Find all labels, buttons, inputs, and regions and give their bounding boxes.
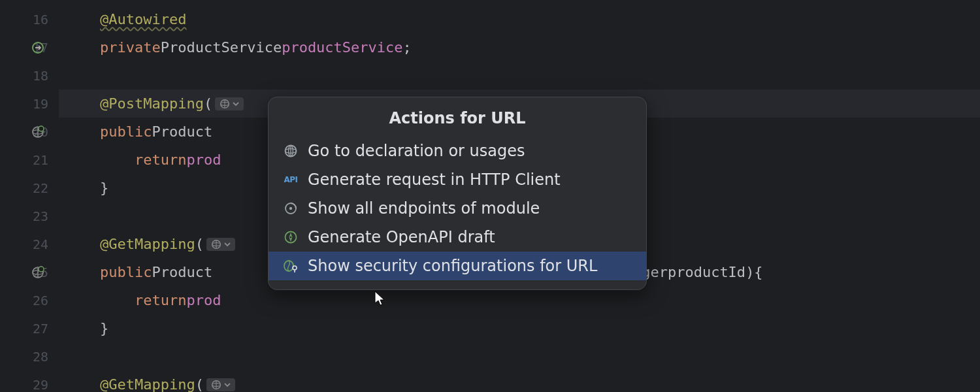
target-icon <box>283 201 299 216</box>
action-label: Go to declaration or usages <box>308 142 525 160</box>
line-number: 24 <box>33 237 48 252</box>
endpoint-icon[interactable] <box>31 266 44 279</box>
line-number: 16 <box>33 12 48 27</box>
line-number: 21 <box>33 152 48 168</box>
api-icon: API <box>283 172 299 188</box>
override-icon[interactable] <box>31 41 44 54</box>
annotation: @PostMapping <box>100 95 204 112</box>
security-icon <box>283 258 299 274</box>
action-label: Generate OpenAPI draft <box>308 228 495 246</box>
action-label: Generate request in HTTP Client <box>308 171 561 189</box>
action-label: Show all endpoints of module <box>308 199 540 218</box>
line-number: 27 <box>33 321 48 336</box>
gutter: 16 17 18 19 20 21 22 23 24 25 26 27 28 2… <box>0 0 59 392</box>
svg-point-17 <box>289 207 292 210</box>
code-line[interactable]: } <box>59 314 980 342</box>
actions-popup: Actions for URL Go to declaration or usa… <box>268 97 647 290</box>
line-number: 28 <box>33 349 48 365</box>
annotation: @GetMapping <box>100 236 195 252</box>
url-hint[interactable] <box>206 378 235 391</box>
action-generate-openapi[interactable]: Generate OpenAPI draft <box>269 223 646 252</box>
code-line[interactable] <box>59 61 980 90</box>
url-hint[interactable] <box>206 238 235 251</box>
code-line[interactable]: return prod <box>59 286 980 314</box>
line-number: 23 <box>33 208 48 224</box>
globe-icon <box>283 143 299 159</box>
line-number: 29 <box>33 377 48 393</box>
line-number: 22 <box>33 180 48 196</box>
svg-point-19 <box>290 237 292 238</box>
action-go-to-declaration[interactable]: Go to declaration or usages <box>269 137 646 165</box>
code-line[interactable]: @GetMapping( <box>59 370 980 392</box>
popup-title: Actions for URL <box>269 97 646 137</box>
code-line[interactable] <box>59 342 980 370</box>
action-generate-http-client[interactable]: API Generate request in HTTP Client <box>269 165 646 194</box>
url-hint[interactable] <box>215 97 244 110</box>
annotation: @GetMapping <box>100 376 195 392</box>
annotation: @Autowired <box>100 11 186 27</box>
action-show-security[interactable]: Show security configurations for URL <box>269 252 646 280</box>
line-number: 19 <box>33 96 48 112</box>
action-label: Show security configurations for URL <box>308 257 597 275</box>
svg-point-3 <box>39 126 44 131</box>
code-line[interactable]: @Autowired <box>59 5 980 33</box>
svg-point-6 <box>39 267 44 272</box>
line-number: 26 <box>33 293 48 308</box>
code-line[interactable]: private ProductService productService; <box>59 33 980 61</box>
endpoint-icon[interactable] <box>31 125 44 139</box>
line-number: 18 <box>33 68 48 84</box>
action-show-endpoints[interactable]: Show all endpoints of module <box>269 194 646 223</box>
compass-icon <box>283 229 299 245</box>
